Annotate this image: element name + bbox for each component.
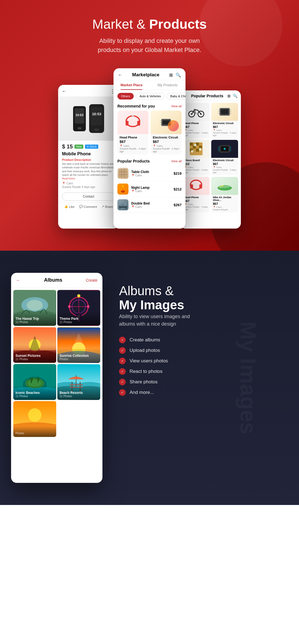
tablecloth-price: $219	[174, 171, 182, 176]
tag-auto[interactable]: Auto & Vehicles	[136, 93, 164, 100]
grid-product-shoes[interactable]: Nike Air Jordan Shoe... $67 📍 CairoSusan…	[211, 177, 238, 213]
svg-rect-31	[119, 203, 122, 205]
author: Susane Royale 4 days ago	[58, 185, 119, 191]
tag-baby[interactable]: Baby & Child	[167, 93, 185, 100]
sunset-overlay: Sunset Pictures 11 Photos	[13, 348, 56, 363]
popular-item-tablecloth[interactable]: Table Cloth 📍 Cairo $219	[114, 166, 185, 181]
sunrise-thumb: Sunrise Collection Photos	[57, 327, 100, 363]
svg-rect-32	[124, 203, 127, 205]
grid-product-circuit2[interactable]: Electronic Circuit $67 📍 CairoSusane Roy…	[211, 103, 238, 138]
grid-product-circuit3[interactable]: Electronic Circuit $67 📍 CairoSusane Roy…	[211, 140, 238, 175]
chess-svg	[189, 141, 204, 156]
svg-rect-10	[137, 121, 140, 125]
svg-point-55	[191, 150, 193, 153]
grid-product-headphone2[interactable]: Head Phone $67 📍 CairoSusane Royale 4 da…	[183, 177, 210, 213]
share-button[interactable]: ↗ Share	[102, 205, 113, 208]
phone-center: ← Marketplace ⊞ 🔍 Market Place My Produc…	[114, 68, 185, 229]
sunrise-count: Photos	[60, 358, 98, 361]
circuit2-img	[211, 103, 238, 121]
product-card-circuit[interactable]: Electronic Circuit $67 📍 CairoSusane Roy…	[151, 111, 182, 155]
location-text: Cairo	[66, 182, 73, 185]
circuit2-price: $67	[213, 125, 236, 129]
svg-rect-9	[126, 121, 129, 125]
contact-button[interactable]: Contact	[62, 192, 115, 201]
feature-more: ✓ And more...	[119, 389, 190, 396]
sunset-thumb: Sunset Pictures 11 Photos	[13, 327, 56, 363]
shoes-name: Nike Air Jordan Shoe...	[213, 196, 236, 201]
albums-title: Albums	[44, 277, 62, 283]
filter-icon[interactable]: ⊞	[169, 72, 173, 78]
album-themepark[interactable]: Theme Park 11 Photos	[57, 290, 100, 326]
badge-new: New	[74, 145, 83, 149]
bed-loc: 📍 Cairo	[131, 205, 174, 208]
like-icon: 👍	[64, 205, 68, 208]
sunrise-overlay: Sunrise Collection Photos	[57, 348, 100, 363]
album-extra[interactable]: Photos	[13, 401, 56, 437]
extra-count: Photos	[16, 432, 54, 435]
themepark-overlay: Theme Park 11 Photos	[57, 311, 100, 326]
feature-create-albums: ✓ Create albums	[119, 337, 190, 343]
market-subtext: Ability to display and create your ownpr…	[6, 36, 293, 54]
tab-my-products[interactable]: My Products	[150, 80, 185, 90]
right-header: ← Popular Products ⊞ 🔍	[180, 90, 241, 101]
beach-count: 11 Photos	[60, 395, 98, 398]
chess-meta: 📍 CairoSusane Royale 4 days ago	[184, 166, 208, 174]
albums-create-button[interactable]: Create	[86, 278, 97, 282]
right-filter-icon[interactable]: ⊞	[227, 94, 231, 98]
feature-react-photos: ✓ React to photos	[119, 368, 190, 375]
albums-back-icon[interactable]: ←	[16, 278, 20, 283]
svg-rect-7	[94, 129, 99, 131]
comment-button[interactable]: 💬 Comment	[79, 205, 97, 208]
center-back-icon[interactable]: ←	[118, 72, 122, 77]
phone-shape-1: 10:53	[73, 106, 86, 132]
center-header-icons: ⊞ 🔍	[169, 72, 181, 78]
bike-body: Head Phone $67 📍 CairoSusane Royale 4 da…	[183, 121, 210, 138]
tab-market-place[interactable]: Market Place	[114, 80, 150, 90]
like-button[interactable]: 👍 Like	[64, 205, 74, 208]
beach-overlay: Beach Resorts 11 Photos	[57, 385, 100, 400]
shoes-meta: 📍 CairoSusane Royale	[213, 206, 236, 211]
svg-point-57	[199, 148, 202, 151]
grid-product-chess[interactable]: Chess Board $12 📍 CairoSusane Royale 4 d…	[183, 140, 210, 175]
desc-text: We take a look back at cinematic history…	[58, 162, 119, 180]
right-search-icon[interactable]: 🔍	[233, 94, 238, 98]
popular-view-all[interactable]: View all	[171, 159, 182, 163]
album-beach[interactable]: Beach Resorts 11 Photos	[57, 364, 100, 400]
popular-item-lamp[interactable]: Night Lamp 📍 Cairo $212	[114, 181, 185, 197]
svg-rect-39	[194, 109, 196, 111]
recommend-view-all[interactable]: View all	[171, 104, 182, 108]
feature-label-more: And more...	[130, 390, 154, 395]
bed-info: Double Bed 📍 Cairo	[131, 201, 174, 208]
album-iconic[interactable]: Iconic Beaches 11 Photos	[13, 364, 56, 400]
beach-thumb: Beach Resorts 11 Photos	[57, 364, 100, 400]
circuit-body: Electronic Circuit $67 📍 CairoSusane Roy…	[151, 134, 182, 155]
lamp-svg	[118, 184, 128, 194]
popular-label: Popular Products	[117, 159, 150, 163]
product-card-headphone[interactable]: Head Phone $67 📍 CairoSusane Royale 4 da…	[117, 111, 148, 155]
circuit-img	[151, 111, 182, 134]
grid-product-bike[interactable]: Head Phone $67 📍 CairoSusane Royale 4 da…	[183, 103, 210, 138]
read-more-link[interactable]: Read More	[62, 177, 75, 180]
album-sunset[interactable]: Sunset Pictures 11 Photos	[13, 327, 56, 363]
themepark-thumb: Theme Park 11 Photos	[57, 290, 100, 326]
svg-point-73	[222, 185, 223, 186]
circuit2-body: Electronic Circuit $67 📍 CairoSusane Roy…	[211, 121, 238, 138]
album-hawai[interactable]: The Hawai Trip 11 Photos	[13, 290, 56, 326]
svg-rect-34	[125, 207, 127, 209]
headphone-body: Head Phone $67 📍 CairoSusane Royale 4 da…	[117, 134, 148, 155]
tablecloth-info: Table Cloth 📍 Cairo	[131, 170, 174, 177]
back-icon[interactable]: ←	[62, 89, 66, 94]
check-icon-5: ✓	[119, 379, 126, 385]
search-icon[interactable]: 🔍	[176, 72, 181, 78]
iconic-overlay: Iconic Beaches 11 Photos	[13, 385, 56, 400]
product-price: $ 15	[62, 143, 73, 150]
bike-price: $67	[184, 125, 208, 129]
hawai-name: The Hawai Trip	[16, 317, 54, 321]
bed-price: $267	[174, 203, 182, 207]
marketplace-tabs: Market Place My Products	[114, 80, 185, 90]
album-sunrise[interactable]: Sunrise Collection Photos	[57, 327, 100, 363]
feature-label-create: Create albums	[130, 337, 160, 343]
svg-point-76	[27, 300, 43, 311]
tag-others[interactable]: Others	[117, 93, 134, 100]
popular-item-bed[interactable]: Double Bed 📍 Cairo $267	[114, 197, 185, 213]
